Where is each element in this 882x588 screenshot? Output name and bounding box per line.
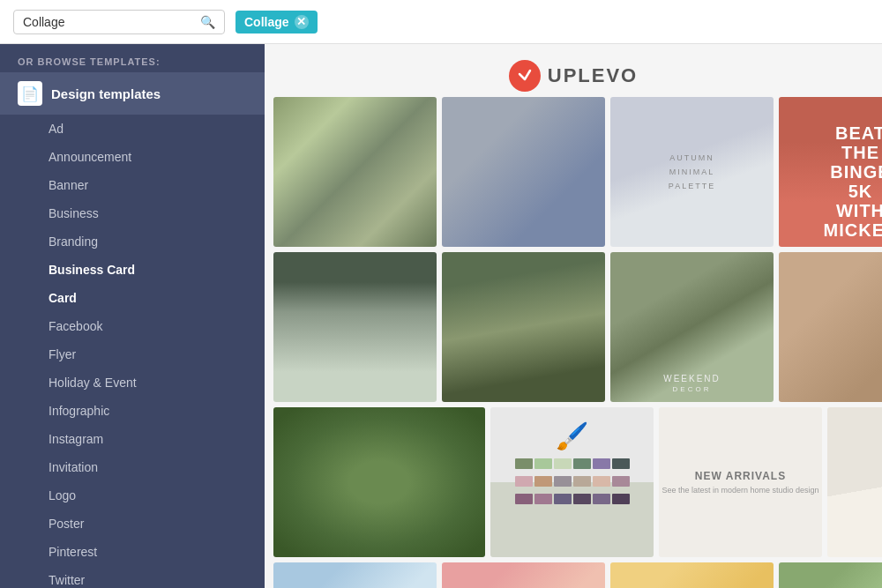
template-card[interactable] xyxy=(273,97,437,247)
main-layout: OR BROWSE TEMPLATES: 📄 Design templates … xyxy=(0,44,882,588)
template-card[interactable]: WEEKENDDECOR xyxy=(610,252,774,402)
sidebar-link-logo[interactable]: Logo xyxy=(0,481,265,510)
template-card[interactable] xyxy=(827,407,882,557)
template-card[interactable] xyxy=(779,562,882,588)
template-card[interactable]: AUTUMNMINIMALPALETTE xyxy=(610,97,774,247)
template-card[interactable] xyxy=(779,252,882,402)
brushes-icon: 🖌️ xyxy=(556,421,588,451)
template-row-2: WEEKENDDECOR SALE BRUNCH RECIPE xyxy=(273,252,873,402)
sidebar-link-ad[interactable]: Ad xyxy=(0,115,265,143)
template-label: WEEKENDDECOR xyxy=(663,374,721,393)
template-card[interactable]: BEATTHEBINGE5KWITHMICKEY xyxy=(779,97,882,247)
sidebar-link-invitation[interactable]: Invitation xyxy=(0,453,265,481)
sidebar-link-business[interactable]: Business xyxy=(0,199,265,227)
template-card[interactable] xyxy=(273,562,437,588)
uplevo-logo-text: UPLEVO xyxy=(548,64,638,87)
sidebar-link-branding[interactable]: Branding xyxy=(0,227,265,256)
template-card[interactable] xyxy=(273,407,485,557)
sidebar-link-card[interactable]: Card xyxy=(0,284,265,312)
sidebar-link-holiday[interactable]: Holiday & Event xyxy=(0,368,265,397)
template-text: BEATTHEBINGE5KWITHMICKEY xyxy=(779,123,882,240)
sidebar: OR BROWSE TEMPLATES: 📄 Design templates … xyxy=(0,44,265,588)
header: 🔍 Collage ✕ xyxy=(0,0,882,44)
sidebar-browse-label: OR BROWSE TEMPLATES: xyxy=(0,44,265,72)
sidebar-link-flyer[interactable]: Flyer xyxy=(0,340,265,368)
search-icon[interactable]: 🔍 xyxy=(200,15,215,29)
uplevo-logo: UPLEVO xyxy=(273,53,873,97)
sidebar-link-pinterest[interactable]: Pinterest xyxy=(0,538,265,566)
new-arrivals-title: NEW ARRIVALS xyxy=(695,470,786,482)
filter-tag-close[interactable]: ✕ xyxy=(295,15,309,29)
filter-tag-label: Collage xyxy=(244,15,289,29)
content-area: UPLEVO AUTUMNMINIMALPALETTE BEATTHEBINGE… xyxy=(265,44,882,588)
template-row-4 xyxy=(273,562,873,588)
filter-tag[interactable]: Collage ✕ xyxy=(235,11,318,33)
color-palette-2 xyxy=(515,476,630,487)
template-row-1: AUTUMNMINIMALPALETTE BEATTHEBINGE5KWITHM… xyxy=(273,97,873,247)
sidebar-link-facebook[interactable]: Facebook xyxy=(0,312,265,340)
sidebar-link-business-card[interactable]: Business Card xyxy=(0,256,265,284)
sidebar-link-poster[interactable]: Poster xyxy=(0,510,265,538)
uplevo-logo-circle xyxy=(509,60,541,92)
template-card[interactable] xyxy=(273,252,437,402)
template-card[interactable] xyxy=(610,562,774,588)
template-card[interactable]: 🖌️ xyxy=(490,407,654,557)
design-templates-label: Design templates xyxy=(51,86,161,101)
sidebar-link-banner[interactable]: Banner xyxy=(0,171,265,199)
sidebar-link-twitter[interactable]: Twitter xyxy=(0,566,265,588)
new-arrivals-sub: See the latest in modern home studio des… xyxy=(662,486,818,495)
sidebar-link-announcement[interactable]: Announcement xyxy=(0,143,265,171)
template-card[interactable]: NEW ARRIVALS See the latest in modern ho… xyxy=(659,407,822,557)
template-card[interactable] xyxy=(442,252,605,402)
search-input[interactable] xyxy=(23,15,196,29)
color-palette-3 xyxy=(515,494,630,504)
template-card[interactable] xyxy=(442,562,605,588)
color-palette xyxy=(515,458,630,469)
template-row-3: 🖌️ xyxy=(273,407,873,557)
search-box[interactable]: 🔍 xyxy=(13,10,225,34)
design-templates-icon: 📄 xyxy=(18,81,42,106)
sidebar-item-design-templates[interactable]: 📄 Design templates xyxy=(0,72,265,115)
sidebar-link-infographic[interactable]: Infographic xyxy=(0,397,265,425)
sidebar-link-instagram[interactable]: Instagram xyxy=(0,425,265,453)
template-label: AUTUMNMINIMALPALETTE xyxy=(669,151,715,194)
template-card[interactable] xyxy=(442,97,605,247)
